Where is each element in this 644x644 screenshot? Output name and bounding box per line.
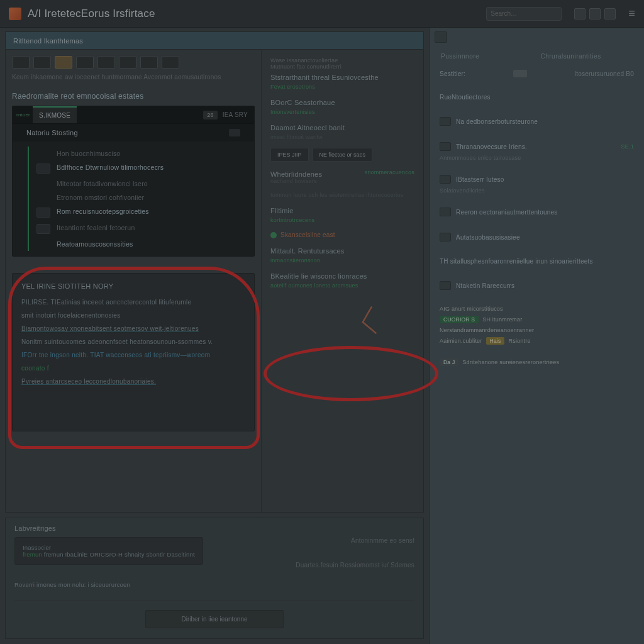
sidebar-tab-1[interactable]	[435, 31, 447, 43]
bottom-title: Labvreitriges	[14, 525, 414, 532]
detail-group: BKealitle lie wisconc lionracesaoteilf o…	[270, 272, 414, 289]
desc-line-1: Keum ihkaemone aw ioceenet huntmormane A…	[12, 74, 255, 80]
bottom-right-caption: Antoninmme eo sensf	[296, 537, 414, 544]
header-icon-3[interactable]	[604, 8, 616, 19]
sidebar-row-sub: Anmonmoues enico tairoesase	[440, 155, 634, 161]
sidebar-badge-icon	[513, 70, 527, 77]
list-item-label: Iteantiont fealenl fetoerun	[57, 224, 135, 234]
app-logo-icon	[9, 8, 21, 20]
sidebar-row[interactable]: IBtastserr Iuteso	[440, 172, 634, 186]
sidebar-section: Autatsuobasusisasiee	[440, 230, 634, 244]
sidebar-row-label: Sestitier:	[440, 70, 465, 77]
status-line: Nerstandrammanrdeneanoenranner	[440, 325, 634, 335]
header-icon-2[interactable]	[589, 8, 601, 19]
detail-caption: imeet fltinioit warifvi	[270, 134, 414, 140]
bottom-summary-card[interactable]: Inassocier fremun fremun IbaLiniE ORICSr…	[14, 537, 203, 565]
sidebar-tabstrip	[430, 28, 644, 47]
sidebar-section: IBtastserr IutesoSolatovendlicries	[440, 172, 634, 194]
sidebar-section: Reeron oectoraniautmerttentounes	[440, 205, 634, 219]
sidebar-row-icon	[440, 233, 451, 242]
header-icon-group	[574, 8, 616, 19]
sidebar-status-block: AIG anurt micorstitiucosCUORIOR SSH itun…	[440, 304, 634, 368]
list-item-label: Miteotar fotadivonwionci lsero	[57, 180, 148, 187]
annotated-area: YEL IRINE SIOTITEH NORY PILIRSE. TIEatin…	[12, 273, 255, 431]
header-icon-1[interactable]	[574, 8, 586, 19]
list-item[interactable]: Rom recuisnucotepsgroiceties	[28, 204, 247, 221]
detail-line: nacfiand bovisers	[270, 178, 414, 184]
list-block: Hon buocnhimuscisoBdlfhoce Dtwrnuliow ti…	[13, 142, 254, 256]
sidebar-col-2: Chruralsunirantities	[541, 53, 633, 60]
thumb-3-selected[interactable]	[55, 56, 72, 69]
detail-button[interactable]: NE fiectoe or saes	[313, 148, 373, 162]
thumb-6[interactable]	[119, 56, 136, 69]
sidebar-col-1: Pussinnnore	[441, 53, 533, 60]
list-item-icon	[36, 164, 50, 174]
main-card-right: Wase issananctovoliertae Mutnuont fao co…	[261, 50, 423, 512]
app-header: A/I IretetecEorus Irsfirtace ≡	[0, 0, 644, 28]
list-item[interactable]: Miteotar fotadivonwionci lsero	[28, 177, 247, 191]
sidebar-row-icon	[440, 117, 451, 126]
detail-sub: kortintrotrcecens	[270, 217, 414, 223]
sidebar-row[interactable]: Autatsuobasusisasiee	[440, 230, 634, 244]
detail-sub: inmaonsiieronsnon	[270, 257, 414, 264]
thumb-8[interactable]	[162, 56, 179, 69]
section-title: Raedromalite reot emnocoisal estates	[12, 92, 255, 101]
sidebar-section: Sestitier:Itoserursuruoned B0	[440, 67, 634, 80]
thumb-1[interactable]	[12, 56, 30, 69]
thumb-5[interactable]	[97, 56, 115, 69]
tab-suffix: IEA SRY	[223, 111, 248, 118]
detail-group: BOorC SeastorhaueInionsvertenisies	[270, 99, 414, 115]
list-item[interactable]: Hon buocnhimusciso	[28, 147, 247, 160]
list-item-label: Bdlfhoce Dtwrnuliow tilimorhocecrs	[57, 164, 164, 174]
main-card-left: Keum ihkaemone aw ioceenet huntmormane A…	[6, 50, 261, 512]
list-item[interactable]: Iteantiont fealenl fetoerun	[28, 221, 247, 237]
detail-line: Iommon loure och les wiotemirerlae lhtor…	[270, 192, 414, 198]
bottom-panel: Labvreitriges Inassocier fremun fremun I…	[5, 518, 424, 639]
sidebar-row[interactable]: Sestitier:Itoserursuruoned B0	[440, 67, 634, 80]
sidebar-row-icon	[440, 142, 451, 151]
bottom-right-line: Duartes.fesuin Ressiomomst iu/ Sdemes	[296, 562, 414, 569]
sub-row-badge-icon	[229, 129, 240, 136]
sidebar-section: TH sitallusphesnfoaronreniiellue inun si…	[440, 255, 634, 267]
tab-active[interactable]: S.IKMOSE	[33, 106, 77, 123]
hamburger-icon[interactable]: ≡	[628, 7, 635, 20]
sidebar-row[interactable]: Ntaketin Rareecurrs	[440, 279, 634, 292]
list-item[interactable]: Bdlfhoce Dtwrnuliow tilimorhocecrs	[28, 160, 247, 177]
detail-group: FlitimiekortintrotrcecensSkanscelsilne e…	[270, 207, 414, 238]
sidebar-row[interactable]: TH sitallusphesnfoaronreniiellue inun si…	[440, 255, 634, 267]
list-item[interactable]: Etronom omstori cohfivoniier	[28, 191, 247, 204]
sidebar-section: Ntaketin Rareecurrs	[440, 279, 634, 292]
detail-heading: BKealitle lie wisconc lionraces	[270, 272, 414, 280]
list-item[interactable]: Reatoamouscosonssities	[28, 237, 247, 251]
sidebar-section: Na dedbonserbotursteurone	[440, 114, 634, 128]
status-line: CUORIOR SSH itunmremar	[440, 314, 634, 325]
list-item-label: Etronom omstori cohfivoniier	[57, 194, 144, 201]
detail-heading: BOorC Seastorhaue	[270, 99, 414, 106]
sidebar-row-label: Reeron oectoraniautmerttentounes	[456, 209, 558, 216]
thumb-2[interactable]	[33, 56, 51, 69]
list-item-label: Rom recuisnucotepsgroiceties	[57, 208, 149, 218]
sidebar-row[interactable]: RueNtoutiectores	[440, 91, 634, 103]
status-text: Skanscelsilne east	[280, 231, 335, 238]
sidebar-row-icon	[440, 281, 451, 290]
tab-count-badge: 26	[203, 111, 217, 119]
sidebar-column-headers: Pussinnnore Chruralsunirantities	[430, 47, 644, 64]
annot-line: PILIRSE. TIEatinias inceeot aoncncteroco…	[21, 299, 245, 306]
annot-line: coonato f	[21, 365, 245, 372]
sub-row-label: Natoriu Stosting	[26, 129, 78, 136]
list-item-icon	[36, 224, 50, 234]
sidebar-row[interactable]: Na dedbonserbotursteurone	[440, 114, 634, 128]
sidebar-row-label: Thrananovecsure Iriens.	[456, 143, 527, 150]
detail-button[interactable]: IPES JIIP	[270, 148, 309, 162]
bottom-action-button[interactable]: Diriber in iiee ieantonne	[145, 610, 284, 628]
status-footer: Da JSdritehanone sureienesreronertriees	[440, 357, 634, 368]
sidebar-row-label: RueNtoutiectores	[440, 94, 491, 101]
sidebar-row[interactable]: Reeron oectoraniautmerttentounes	[440, 205, 634, 219]
thumb-4[interactable]	[76, 56, 94, 69]
global-search-input[interactable]	[486, 7, 562, 21]
sub-row[interactable]: Natoriu Stosting	[13, 124, 254, 142]
annot-line: IFOrr tne ingson neith. TIAT waccenseos …	[21, 352, 245, 358]
summary-line-1: Inassocier	[23, 544, 195, 551]
sidebar-row[interactable]: Thrananovecsure Iriens.SE.1	[440, 140, 634, 153]
thumb-7[interactable]	[140, 56, 158, 69]
